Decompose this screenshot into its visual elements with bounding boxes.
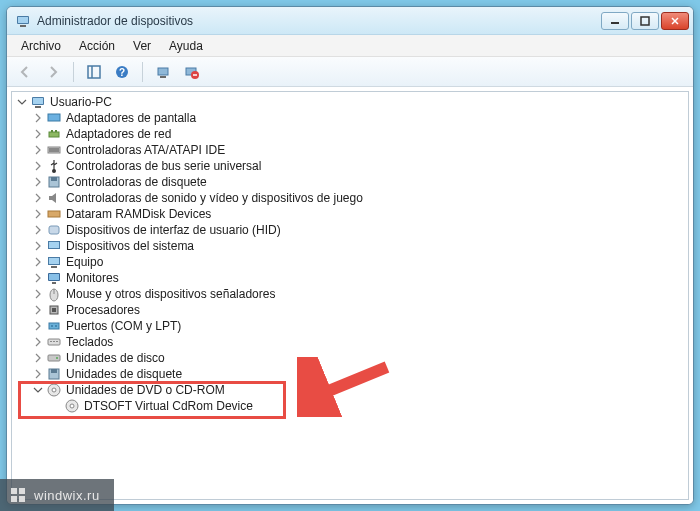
- expand-icon[interactable]: [32, 320, 44, 332]
- toolbar-separator: [73, 62, 74, 82]
- keyboard-icon: [46, 334, 62, 350]
- svg-rect-46: [50, 341, 52, 342]
- tree-category[interactable]: Controladoras de sonido y vídeo y dispos…: [12, 190, 688, 206]
- forward-button[interactable]: [41, 60, 65, 84]
- expand-icon[interactable]: [32, 128, 44, 140]
- svg-rect-4: [641, 17, 649, 25]
- expand-icon[interactable]: [32, 192, 44, 204]
- menu-action[interactable]: Acción: [71, 37, 123, 55]
- minimize-button[interactable]: [601, 12, 629, 30]
- tree-item-label: Dataram RAMDisk Devices: [66, 207, 211, 221]
- svg-point-43: [51, 325, 53, 327]
- tree-category[interactable]: Dispositivos del sistema: [12, 238, 688, 254]
- svg-rect-24: [49, 148, 59, 152]
- menu-help[interactable]: Ayuda: [161, 37, 211, 55]
- cdrom-icon: [46, 382, 62, 398]
- computer-icon: [46, 254, 62, 270]
- svg-rect-49: [48, 355, 60, 361]
- tree-category[interactable]: Unidades de disco: [12, 350, 688, 366]
- tree-category[interactable]: Unidades de disquete: [12, 366, 688, 382]
- svg-rect-19: [48, 114, 60, 121]
- menu-view[interactable]: Ver: [125, 37, 159, 55]
- expand-icon[interactable]: [32, 240, 44, 252]
- expand-icon[interactable]: [32, 160, 44, 172]
- expand-icon[interactable]: [32, 368, 44, 380]
- tree-category[interactable]: Teclados: [12, 334, 688, 350]
- svg-rect-37: [52, 282, 56, 284]
- tree-category[interactable]: Equipo: [12, 254, 688, 270]
- svg-rect-29: [49, 226, 59, 234]
- tree-category[interactable]: Controladoras ATA/ATAPI IDE: [12, 142, 688, 158]
- tree-container: Usuario-PC Adaptadores de pantalla Adapt…: [7, 87, 693, 504]
- svg-point-44: [55, 325, 57, 327]
- svg-point-56: [70, 404, 74, 408]
- port-icon: [46, 318, 62, 334]
- tree-item-label: Controladoras ATA/ATAPI IDE: [66, 143, 225, 157]
- tree-category-expanded[interactable]: Unidades de DVD o CD-ROM: [12, 382, 688, 398]
- usb-controller-icon: [46, 158, 62, 174]
- tree-item-label: Unidades de DVD o CD-ROM: [66, 383, 225, 397]
- back-button[interactable]: [13, 60, 37, 84]
- tree-category[interactable]: Puertos (COM y LPT): [12, 318, 688, 334]
- device-tree: Usuario-PC Adaptadores de pantalla Adapt…: [11, 91, 689, 500]
- svg-point-50: [56, 357, 58, 359]
- tree-root-label: Usuario-PC: [50, 95, 112, 109]
- network-adapter-icon: [46, 126, 62, 142]
- expand-icon[interactable]: [32, 224, 44, 236]
- expand-icon[interactable]: [32, 112, 44, 124]
- expand-icon[interactable]: [32, 208, 44, 220]
- expand-icon[interactable]: [32, 144, 44, 156]
- tree-item-label: Dispositivos de interfaz de usuario (HID…: [66, 223, 281, 237]
- tree-item-label: Controladoras de sonido y vídeo y dispos…: [66, 191, 363, 205]
- watermark: windwix.ru: [0, 479, 114, 511]
- svg-rect-21: [51, 130, 53, 132]
- menu-file[interactable]: Archivo: [13, 37, 69, 55]
- scan-hardware-button[interactable]: [151, 60, 175, 84]
- tree-device-label: DTSOFT Virtual CdRom Device: [84, 399, 253, 413]
- expand-icon[interactable]: [32, 304, 44, 316]
- expand-icon[interactable]: [32, 272, 44, 284]
- svg-rect-58: [11, 488, 17, 494]
- menubar: Archivo Acción Ver Ayuda: [7, 35, 693, 57]
- close-button[interactable]: [661, 12, 689, 30]
- tree-category[interactable]: Procesadores: [12, 302, 688, 318]
- sound-controller-icon: [46, 190, 62, 206]
- svg-rect-22: [55, 130, 57, 132]
- collapse-icon[interactable]: [32, 384, 44, 396]
- show-hide-tree-button[interactable]: [82, 60, 106, 84]
- mouse-icon: [46, 286, 62, 302]
- monitor-icon: [46, 270, 62, 286]
- svg-rect-34: [51, 266, 57, 268]
- tree-root[interactable]: Usuario-PC: [12, 94, 688, 110]
- tree-category[interactable]: Dataram RAMDisk Devices: [12, 206, 688, 222]
- expand-icon[interactable]: [32, 352, 44, 364]
- svg-rect-11: [158, 68, 168, 75]
- cdrom-icon: [64, 398, 80, 414]
- tree-item-label: Teclados: [66, 335, 113, 349]
- expand-icon[interactable]: [32, 256, 44, 268]
- svg-rect-18: [35, 106, 41, 108]
- expand-icon[interactable]: [32, 176, 44, 188]
- expand-icon[interactable]: [32, 336, 44, 348]
- tree-category[interactable]: Controladoras de disquete: [12, 174, 688, 190]
- tree-category[interactable]: Mouse y otros dispositivos señaladores: [12, 286, 688, 302]
- tree-item-label: Controladoras de bus serie universal: [66, 159, 261, 173]
- toolbar-separator: [142, 62, 143, 82]
- tree-category[interactable]: Adaptadores de pantalla: [12, 110, 688, 126]
- svg-point-25: [52, 169, 56, 173]
- svg-rect-59: [19, 488, 25, 494]
- tree-device[interactable]: DTSOFT Virtual CdRom Device: [12, 398, 688, 414]
- tree-category[interactable]: Monitores: [12, 270, 688, 286]
- maximize-button[interactable]: [631, 12, 659, 30]
- tree-category[interactable]: Adaptadores de red: [12, 126, 688, 142]
- uninstall-button[interactable]: [179, 60, 203, 84]
- help-button[interactable]: ?: [110, 60, 134, 84]
- expand-icon[interactable]: [32, 288, 44, 300]
- tree-category[interactable]: Dispositivos de interfaz de usuario (HID…: [12, 222, 688, 238]
- svg-rect-7: [88, 66, 100, 78]
- collapse-icon[interactable]: [16, 96, 28, 108]
- window-title: Administrador de dispositivos: [37, 14, 601, 28]
- tree-category[interactable]: Controladoras de bus serie universal: [12, 158, 688, 174]
- tree-item-label: Dispositivos del sistema: [66, 239, 194, 253]
- svg-rect-33: [49, 258, 59, 264]
